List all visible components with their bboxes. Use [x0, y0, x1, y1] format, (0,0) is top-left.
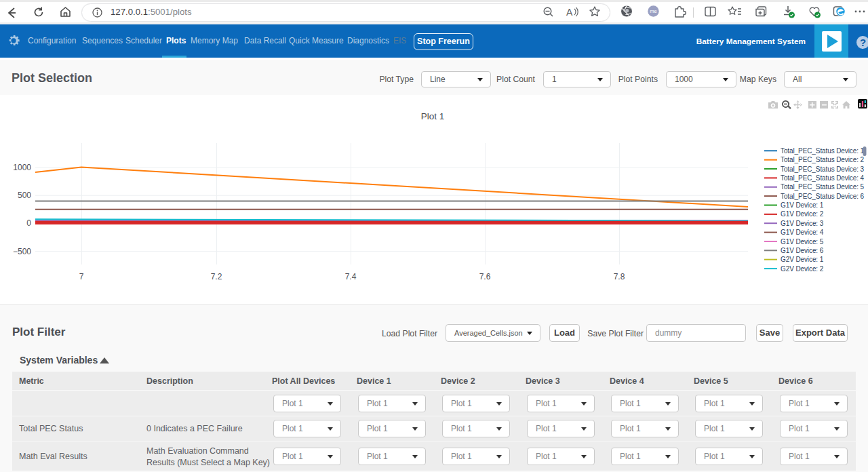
svg-text:Total_PEC_Status Device: 5: Total_PEC_Status Device: 5 — [781, 183, 865, 191]
svg-text:7.2: 7.2 — [211, 272, 222, 281]
svg-text:Total_PEC_Status Device: 3: Total_PEC_Status Device: 3 — [781, 165, 865, 173]
svg-text:7.6: 7.6 — [479, 272, 491, 281]
svg-text:0: 0 — [26, 218, 31, 228]
svg-text:G1V Device: 5: G1V Device: 5 — [781, 238, 824, 245]
svg-text:Plot 1: Plot 1 — [421, 111, 445, 121]
svg-text:G1V Device: 4: G1V Device: 4 — [781, 229, 824, 236]
svg-text:G2V Device: 2: G2V Device: 2 — [781, 265, 824, 273]
svg-text:G1V Device: 6: G1V Device: 6 — [781, 247, 824, 254]
svg-text:Total_PEC_Status Device: 6: Total_PEC_Status Device: 6 — [781, 193, 865, 200]
svg-text:7.4: 7.4 — [345, 272, 357, 281]
svg-text:me: me — [650, 8, 656, 14]
svg-text:500: 500 — [18, 191, 31, 200]
svg-text:G2V Device: 1: G2V Device: 1 — [781, 256, 824, 263]
svg-text:Total_PEC_Status Device: 4: Total_PEC_Status Device: 4 — [781, 174, 865, 182]
svg-text:7: 7 — [79, 272, 84, 281]
svg-text:A: A — [566, 7, 573, 18]
svg-text:G1V Device: 2: G1V Device: 2 — [781, 210, 824, 218]
svg-text:Total_PEC_Status Device: 2: Total_PEC_Status Device: 2 — [781, 156, 865, 163]
svg-text:G1V Device: 1: G1V Device: 1 — [781, 201, 824, 209]
svg-text:−500: −500 — [13, 247, 31, 256]
svg-text:G1V Device: 3: G1V Device: 3 — [781, 220, 824, 227]
svg-text:1000: 1000 — [13, 163, 31, 172]
svg-text:Total_PEC_Status Device: 1: Total_PEC_Status Device: 1 — [781, 147, 865, 155]
svg-text:7.8: 7.8 — [614, 272, 625, 281]
